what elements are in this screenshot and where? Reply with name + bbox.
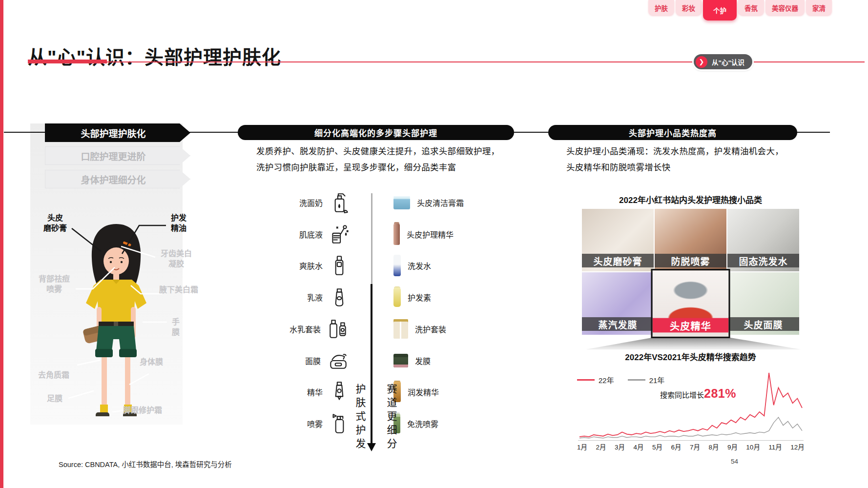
step-row-hair-mask: 发膜: [393, 348, 508, 373]
label-hand-mask: 手膜: [169, 317, 183, 337]
x-tick-label: 3月: [615, 442, 625, 451]
grid-cell-scalp-scrub: 头皮磨砂膏: [582, 209, 654, 271]
step-row-toner: 爽肤水: [254, 253, 350, 278]
steps-divider: [371, 193, 372, 287]
label-body-mask: 身体膜: [140, 357, 163, 367]
grid-cell-label: 固态洗发水: [727, 254, 799, 267]
legend-swatch-1: [628, 379, 645, 381]
step-row-cleanser: 洗面奶: [254, 190, 350, 215]
step-row-conditioner: 护发素: [393, 285, 508, 309]
grid-cell-scalp-mask: 头皮面膜: [727, 272, 799, 335]
banner-head-care[interactable]: 头部护理护肤化: [45, 123, 190, 142]
hot-search-grid-title: 2022年小红书站内头发护理热搜小品类: [582, 193, 799, 205]
skincare-steps-column: 洗面奶 肌底液 爽肤水 乳液 水乳套装 面膜 精华 喷雾: [254, 190, 350, 436]
tab-fragrance[interactable]: 香氛: [738, 0, 764, 15]
tab-beauty-device[interactable]: 美容仪器: [765, 0, 805, 15]
step-label: 面膜: [305, 355, 321, 366]
step-label: 洗发水: [408, 260, 431, 271]
x-tick-label: 7月: [690, 442, 700, 451]
step-row-toner-lotion-set: 水乳套装: [254, 317, 350, 341]
haircare-steps-column: 头皮清洁膏霜 头皮护理精华 洗发水 护发素 洗护套装 发膜 润发精华 免洗喷雾: [393, 190, 508, 436]
x-tick-label: 6月: [671, 442, 681, 451]
step-row-leave-in-spray: 免洗喷雾: [393, 411, 508, 436]
banner-body-care[interactable]: 身体护理细分化: [45, 170, 190, 188]
grid-cell-label: 蒸汽发膜: [582, 317, 654, 331]
left-edge-accent-bar: [0, 0, 3, 488]
right-paragraph-line1: 头皮护理小品类涌现：洗发水热度高，护发精油机会大，: [566, 143, 810, 160]
middle-paragraph-line1: 发质养护、脱发防护、头皮健康关注提升，追求头部细致护理，: [256, 143, 520, 160]
photo-scalp-cleansing-cream: [393, 196, 410, 209]
grid-cell-anti-hairloss-spray: 防脱喷雾: [655, 209, 726, 271]
axis-label-segmented-track: 赛道更细分: [384, 384, 398, 452]
photo-scalp-care-serum: [393, 224, 400, 245]
step-label: 洗护套装: [415, 323, 446, 335]
label-teeth-whitening-gel: 牙齿美白 凝胶: [155, 248, 197, 269]
label-heel-repair-cream: 脚跟修护霜: [123, 405, 162, 415]
step-row-scalp-serum: 头皮护理精华: [393, 222, 508, 246]
grid-cell-label: 头皮磨砂膏: [582, 254, 654, 267]
photo-shampoo: [393, 255, 401, 276]
grid-cell-label: 头皮面膜: [727, 317, 799, 331]
hot-search-grid: 头皮磨砂膏 防脱喷雾 固态洗发水 蒸汽发膜 头皮精华 头皮面膜: [582, 209, 799, 336]
step-label: 头皮护理精华: [407, 228, 454, 240]
chapter-badge: ❯ 从"心"认识: [694, 54, 752, 69]
legend-label: 21年: [649, 375, 665, 385]
trend-chart-title: 2022年VS2021年头皮精华搜索趋势: [582, 350, 799, 363]
x-tick-label: 11月: [768, 442, 782, 451]
page-title: 从"心"认识：头部护理护肤化: [28, 42, 281, 69]
growth-value: 281%: [704, 386, 736, 401]
grid-cell-solid-shampoo: 固态洗发水: [727, 209, 799, 271]
step-row-wash-care-set: 洗护套装: [393, 317, 508, 341]
step-row-hair-serum: 润发精华: [393, 380, 508, 404]
step-label: 头皮清洁膏霜: [417, 197, 464, 208]
x-tick-label: 1月: [577, 442, 587, 451]
step-label: 精华: [307, 386, 323, 398]
middle-paragraph-line2: 洗护习惯向护肤靠近，呈现多步骤化，细分品类丰富: [256, 160, 520, 176]
photo-conditioner: [393, 287, 401, 307]
tab-makeup[interactable]: 彩妆: [676, 0, 702, 15]
banner-multi-step-care: 细分化高端化的多步骤头部护理: [238, 125, 514, 140]
x-tick-label: 2月: [596, 442, 606, 451]
serum-tube-icon: [329, 380, 350, 404]
x-tick-label: 9月: [727, 442, 738, 451]
growth-label: 搜索同比增长: [660, 389, 704, 400]
step-label: 护发素: [408, 291, 431, 303]
slide: 护肤 彩妆 个护 香氛 美容仪器 家清 从"心"认识：头部护理护肤化 ❯ 从"心…: [0, 0, 868, 488]
x-tick-label: 5月: [652, 442, 662, 451]
category-tabs: 护肤 彩妆 个护 香氛 美容仪器 家清: [648, 0, 832, 20]
step-label: 洗面奶: [299, 197, 323, 208]
chevron-right-icon: ❯: [696, 56, 707, 68]
step-label: 爽肤水: [299, 260, 323, 271]
grid-cell-label-highlighted: 头皮精华: [653, 318, 729, 333]
x-tick-label: 12月: [790, 442, 805, 451]
legend-swatch-0: [577, 379, 595, 381]
x-tick-label: 10月: [746, 442, 760, 451]
chapter-badge-label: 从"心"认识: [712, 57, 744, 67]
step-label: 免洗喷雾: [407, 418, 438, 429]
label-foot-mask: 足膜: [47, 393, 62, 404]
tab-skincare[interactable]: 护肤: [648, 0, 674, 15]
grid-cell-scalp-serum-highlighted: 头皮精华: [653, 270, 729, 337]
step-label: 水乳套装: [289, 323, 321, 335]
x-tick-label: 4月: [633, 442, 643, 451]
growth-annotation: 搜索同比增长 281%: [660, 386, 736, 401]
photo-wash-care-set: [393, 319, 408, 339]
cleanser-pump-icon: [329, 191, 350, 214]
step-row-lotion: 乳液: [254, 285, 350, 309]
step-row-serum: 精华: [254, 380, 350, 404]
step-label: 乳液: [307, 291, 323, 303]
right-paragraph-line2: 头皮精华和防脱喷雾增长快: [566, 160, 810, 176]
tab-home-care[interactable]: 家清: [806, 0, 832, 15]
grid-cell-steam-hair-mask: 蒸汽发膜: [582, 272, 654, 335]
step-label: 润发精华: [408, 386, 439, 398]
step-row-mask: 面膜: [254, 348, 350, 373]
label-back-acne-spray: 背部祛痘 喷雾: [33, 274, 75, 294]
axis-label-skincare-style: 护肤式护发: [352, 384, 367, 452]
right-paragraph: 头皮护理小品类涌现：洗发水热度高，护发精油机会大， 头皮精华和防脱喷雾增长快: [566, 143, 810, 176]
step-label: 发膜: [415, 355, 431, 366]
step-row-shampoo: 洗发水: [393, 253, 508, 278]
down-arrow-icon: [367, 443, 376, 451]
banner-oral-care[interactable]: 口腔护理更进阶: [45, 146, 190, 165]
tab-personal-care[interactable]: 个护: [703, 0, 737, 20]
step-row-primer: 肌底液: [254, 222, 350, 246]
